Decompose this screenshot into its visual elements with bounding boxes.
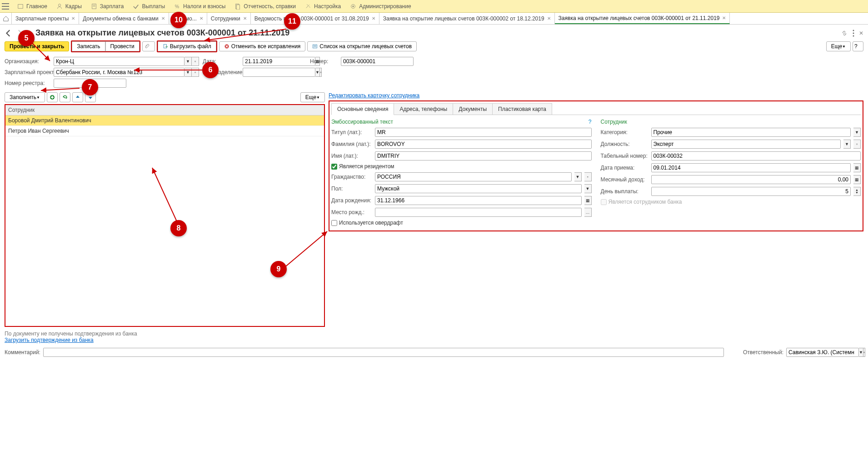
name-lat-field[interactable] — [375, 151, 592, 160]
hiredate-field[interactable] — [651, 163, 851, 172]
cancel-fixes-button[interactable]: Отменить все исправления — [219, 41, 306, 51]
num-field[interactable] — [341, 57, 409, 66]
dropdown-icon[interactable]: ▼ — [185, 68, 192, 77]
help-icon[interactable]: ? — [589, 119, 592, 125]
detail-tab-docs[interactable]: Документы — [453, 103, 493, 115]
calendar-icon[interactable]: ▦ — [853, 163, 861, 172]
close-icon[interactable]: ✕ — [200, 16, 203, 21]
dropdown-icon[interactable]: ▼ — [574, 172, 582, 181]
open-icon[interactable]: ▫ — [320, 68, 322, 77]
forward-arrow-icon[interactable] — [15, 29, 24, 37]
surname-lat-field[interactable] — [375, 140, 592, 149]
birth-field[interactable] — [375, 196, 582, 205]
close-icon[interactable]: ✕ — [243, 16, 247, 21]
dept-field[interactable]: ▼ ▫ — [243, 68, 318, 77]
open-icon[interactable]: ▫ — [192, 68, 199, 77]
home-tab[interactable] — [0, 13, 12, 24]
detail-tab-addresses[interactable]: Адреса, телефоны — [394, 103, 453, 115]
income-field[interactable] — [651, 175, 851, 184]
dropdown-icon[interactable]: ▼ — [584, 184, 592, 193]
tab-6[interactable]: Заявка на открытие лицевых счетов 003К-0… — [555, 13, 730, 24]
tab-5[interactable]: Заявка на открытие лицевых счетов 003К-0… — [379, 13, 555, 24]
tab-2[interactable]: Ведомо...✕ — [169, 13, 207, 24]
tab-0[interactable]: Зарплатные проекты✕ — [12, 13, 79, 24]
tab-bar: Зарплатные проекты✕ Документы обмена с б… — [0, 13, 868, 25]
detail-tab-main[interactable]: Основные сведения — [331, 103, 394, 115]
position-field[interactable] — [651, 140, 841, 149]
fill-button[interactable]: Заполнить ▼ — [5, 92, 45, 102]
back-arrow-icon[interactable] — [5, 29, 13, 37]
calendar-icon[interactable]: ▦ — [584, 196, 592, 205]
load-confirm-link[interactable]: Загрузить подтверждение из банка — [5, 337, 94, 343]
ellipsis-icon[interactable]: … — [584, 208, 592, 217]
refresh-button[interactable] — [60, 92, 70, 102]
close-icon[interactable]: ✕ — [547, 16, 551, 21]
up-button[interactable] — [72, 92, 83, 102]
birthplace-field[interactable] — [375, 208, 582, 217]
dropdown-icon[interactable]: ▼ — [859, 348, 863, 357]
more-button[interactable]: Еще ▼ — [826, 41, 851, 51]
title-lat-field[interactable] — [375, 128, 592, 137]
menu-staff[interactable]: Кадры — [52, 0, 86, 12]
reestr-field[interactable] — [54, 79, 90, 88]
link-icon[interactable] — [841, 30, 848, 37]
menu-taxes[interactable]: %Налоги и взносы — [170, 0, 230, 12]
open-icon[interactable]: ▫ — [192, 57, 199, 66]
tab-4[interactable]: Ведомость в банк 003К-000001 от 31.08.20… — [251, 13, 379, 24]
resident-checkbox[interactable] — [331, 164, 337, 170]
dropdown-icon[interactable]: ▼ — [185, 57, 192, 66]
resp-label: Ответственный: — [743, 349, 783, 356]
attach-button[interactable] — [142, 41, 155, 51]
dropdown-icon[interactable]: ▼ — [315, 68, 320, 77]
spinner-icon[interactable]: ▲▼ — [853, 187, 861, 196]
toolbar: Провести и закрыть Записать Провести Выг… — [5, 40, 863, 52]
detail-tab-card[interactable]: Пластиковая карта — [492, 103, 552, 115]
proj-field[interactable]: ▼ ▫ — [54, 68, 199, 77]
write-button[interactable]: Записать — [72, 41, 105, 51]
menu-payments[interactable]: Выплаты — [128, 0, 170, 12]
org-field[interactable]: ▼ ▫ — [54, 57, 199, 66]
sex-field[interactable] — [375, 184, 582, 193]
tab-3[interactable]: Сотрудники✕ — [207, 13, 251, 24]
dropdown-icon[interactable]: ▼ — [843, 140, 851, 149]
export-file-button[interactable]: Выгрузить файл — [158, 41, 216, 51]
add-button[interactable] — [47, 92, 58, 102]
post-close-button[interactable]: Провести и закрыть — [5, 41, 69, 51]
open-icon[interactable]: ▫ — [853, 140, 861, 149]
citizenship-field[interactable] — [375, 172, 572, 181]
close-icon[interactable]: ✕ — [161, 16, 165, 21]
accounts-list-button[interactable]: Список на открытие лицевых счетов — [307, 41, 417, 51]
down-button[interactable] — [85, 92, 96, 102]
menu-admin[interactable]: Администрирование — [345, 0, 415, 12]
help-button[interactable]: ? — [853, 41, 863, 51]
comment-field[interactable] — [43, 348, 724, 357]
tabnum-field[interactable] — [651, 151, 861, 160]
menu-main[interactable]: Главное — [13, 0, 52, 12]
calc-icon[interactable]: ▦ — [853, 175, 861, 184]
table-row[interactable]: Боровой Дмитрий Валентинович — [5, 115, 324, 126]
menu-settings[interactable]: Настройка — [300, 0, 345, 12]
close-icon[interactable]: ✕ — [859, 30, 863, 36]
open-icon[interactable]: ▫ — [863, 348, 865, 357]
table-more-button[interactable]: Еще ▼ — [300, 92, 325, 102]
table-row[interactable]: Петров Иван Сергеевич — [5, 126, 324, 136]
dropdown-icon[interactable]: ▼ — [853, 128, 861, 137]
tab-1[interactable]: Документы обмена с банками✕ — [79, 13, 169, 24]
resp-field[interactable] — [786, 348, 859, 357]
burger-icon[interactable] — [2, 3, 9, 10]
overdraft-checkbox[interactable] — [331, 220, 337, 226]
edit-card-link[interactable]: Редактировать карточку сотрудника — [329, 92, 419, 99]
open-icon[interactable]: ▫ — [584, 172, 592, 181]
favorite-icon[interactable]: ★ — [26, 29, 33, 37]
close-icon[interactable]: ✕ — [722, 15, 726, 20]
payday-field[interactable] — [651, 187, 851, 196]
close-icon[interactable]: ✕ — [372, 16, 375, 21]
close-icon[interactable]: ✕ — [71, 16, 75, 21]
menu-reports[interactable]: Отчетность, справки — [230, 0, 300, 12]
kebab-icon[interactable] — [853, 30, 854, 37]
menu-salary[interactable]: Зарплата — [86, 0, 129, 12]
date-field[interactable]: ▦ — [243, 57, 293, 66]
post-button[interactable]: Провести — [105, 41, 140, 51]
category-field[interactable] — [651, 128, 851, 137]
staff-heading: Сотрудник — [601, 119, 627, 125]
